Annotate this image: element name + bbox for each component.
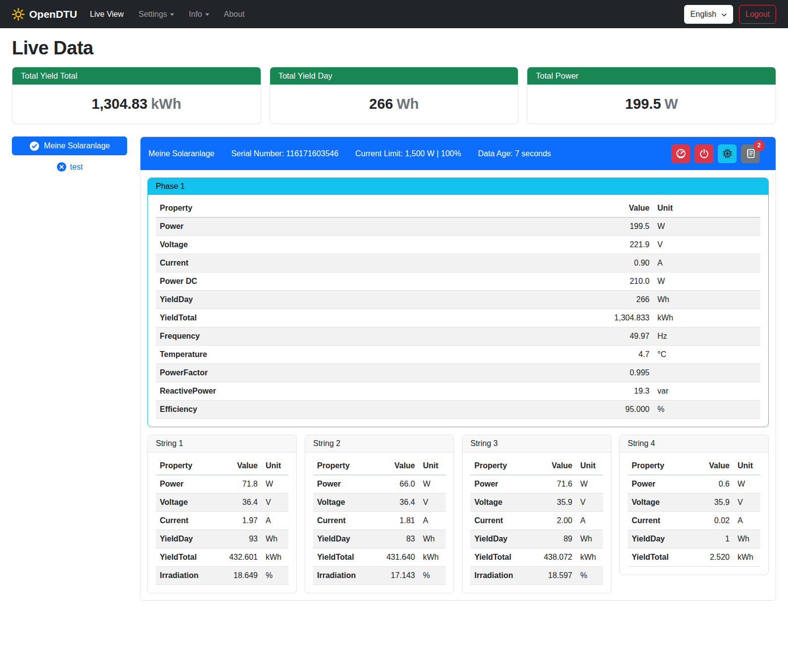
unit-cell: kWh [262, 548, 288, 567]
phase-1-title: Phase 1 [148, 178, 768, 195]
navbar: OpenDTU Live View Settings Info About En… [0, 0, 788, 28]
value-cell: 18.597 [521, 567, 576, 585]
inverter-item-selected[interactable]: Meine Solaranlage [12, 136, 127, 155]
table-header-row: Property Value Unit [470, 457, 603, 475]
value-cell: 2.520 [678, 548, 734, 567]
col-value: Value [454, 199, 653, 218]
value-cell: 432.601 [206, 548, 262, 567]
value-cell: 199.5 [454, 218, 653, 236]
unit-cell: Wh [653, 291, 760, 309]
value-cell: 71.8 [206, 475, 262, 493]
table-row: YieldTotal438.072kWh [470, 548, 603, 567]
col-unit: Unit [653, 199, 760, 218]
string-3-table: Property Value Unit Power71.6WVoltage35.… [470, 457, 603, 585]
table-row: YieldTotal1,304.833kWh [156, 309, 760, 327]
col-unit: Unit [419, 457, 446, 475]
inverter-list: Meine Solaranlage test [12, 136, 127, 172]
value-cell: 1,304.833 [454, 309, 653, 327]
summary-card-title: Total Yield Day [270, 67, 518, 85]
nav-links: Live View Settings Info About [90, 10, 245, 19]
value-cell: 2.00 [521, 512, 576, 530]
event-log-button[interactable]: 2 [741, 144, 760, 163]
col-property: Property [470, 457, 521, 475]
unit-cell [653, 364, 760, 382]
language-select[interactable]: English [684, 5, 733, 24]
unit-cell: Wh [734, 530, 760, 548]
nav-item-live-view[interactable]: Live View [90, 10, 124, 19]
inverter-item-test[interactable]: test [12, 162, 127, 172]
table-header-row: Property Value Unit [628, 457, 760, 475]
table-row: Irradiation18.649% [156, 567, 288, 585]
value-unit: W [664, 96, 678, 112]
property-cell: YieldDay [470, 530, 521, 548]
property-cell: Power [313, 475, 364, 493]
value-cell: 66.0 [364, 475, 419, 493]
inverter-header-data-age: Data Age: 7 seconds [478, 149, 551, 158]
logout-button[interactable]: Logout [739, 5, 776, 24]
phase-1-body: Property Value Unit Power199.5WVoltage22… [148, 195, 768, 427]
property-cell: YieldDay [156, 530, 206, 548]
string-4-card: String 4 Property Value Unit [619, 435, 769, 575]
phase-table: Property Value Unit Power199.5WVoltage22… [156, 199, 760, 419]
value-cell: 0.995 [454, 364, 653, 382]
table-row: YieldTotal2.520kWh [628, 548, 760, 567]
speedometer-icon [676, 148, 686, 159]
property-cell: Current [156, 254, 454, 272]
caret-down-icon [170, 13, 174, 16]
table-row: Power0.6W [628, 475, 760, 493]
table-row: Power199.5W [156, 218, 760, 236]
string-1-title: String 1 [148, 435, 296, 452]
x-circle-icon [56, 162, 67, 172]
unit-cell: kWh [734, 548, 760, 567]
brand-logo[interactable]: OpenDTU [12, 8, 77, 21]
value-cell: 71.6 [521, 475, 576, 493]
col-value: Value [364, 457, 419, 475]
nav-item-about[interactable]: About [224, 10, 245, 19]
nav-item-info[interactable]: Info [189, 10, 209, 19]
property-cell: Voltage [628, 493, 678, 512]
nav-item-settings[interactable]: Settings [139, 10, 174, 19]
unit-cell: A [734, 512, 760, 530]
unit-cell: A [419, 512, 446, 530]
property-cell: Efficiency [156, 401, 454, 419]
power-toggle-button[interactable] [695, 144, 713, 163]
property-cell: Power [156, 218, 454, 236]
inverter-header-limit: Current Limit: 1,500 W | 100% [355, 149, 461, 158]
table-header-row: Property Value Unit [313, 457, 446, 475]
table-row: Voltage35.9V [470, 493, 603, 512]
string-4-table: Property Value Unit Power0.6WVoltage35.9… [628, 457, 760, 567]
unit-cell: V [653, 236, 760, 254]
property-cell: Power [470, 475, 521, 493]
property-cell: Power [156, 475, 206, 493]
property-cell: Voltage [156, 236, 454, 254]
value-cell: 83 [364, 530, 419, 548]
table-row: Current0.90A [156, 254, 760, 272]
value-cell: 89 [521, 530, 576, 548]
table-row: Current2.00A [470, 512, 603, 530]
table-row: YieldTotal431.640kWh [313, 548, 446, 567]
table-row: Power71.6W [470, 475, 603, 493]
col-unit: Unit [734, 457, 760, 475]
unit-cell: Hz [653, 327, 760, 346]
table-row: Power66.0W [313, 475, 446, 493]
inverter-panel-header: Meine Solaranlage Serial Number: 1161716… [140, 137, 776, 170]
device-info-button[interactable] [718, 144, 737, 163]
value-cell: 1.97 [206, 512, 262, 530]
value-cell: 17.143 [364, 567, 419, 585]
property-cell: Current [470, 512, 521, 530]
inverter-actions: 2 [671, 144, 768, 163]
property-cell: YieldDay [313, 530, 364, 548]
phase-1-panel: Phase 1 Property Value Unit Power199.5WV… [147, 178, 769, 427]
value-cell: 0.02 [678, 512, 734, 530]
summary-card-value: 199.5W [527, 85, 776, 124]
cpu-icon [722, 148, 733, 159]
limit-settings-button[interactable] [671, 144, 690, 163]
value-number: 1,304.83 [92, 96, 147, 112]
property-cell: YieldTotal [313, 548, 364, 567]
property-cell: Power [628, 475, 678, 493]
table-row: YieldTotal432.601kWh [156, 548, 288, 567]
unit-cell: A [262, 512, 288, 530]
summary-cards: Total Yield Total 1,304.83kWh Total Yiel… [12, 67, 776, 124]
table-row: YieldDay89Wh [470, 530, 603, 548]
property-cell: PowerFactor [156, 364, 454, 382]
